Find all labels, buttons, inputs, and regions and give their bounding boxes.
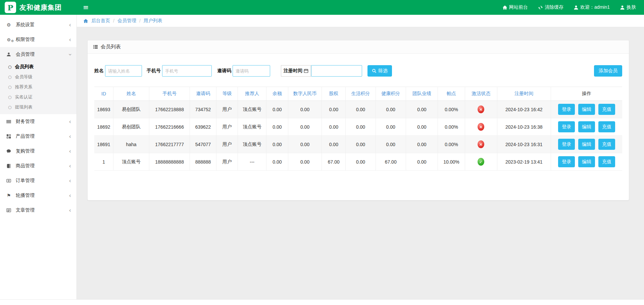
recharge-button[interactable]: 充值 bbox=[598, 121, 615, 132]
sidebar-subitem-label: 推荐关系 bbox=[15, 84, 32, 90]
status-inactive-icon: × bbox=[478, 105, 484, 113]
sidebar-subitem-member-list[interactable]: ○ 会员列表 bbox=[0, 62, 77, 72]
chevron-left-icon: ‹ bbox=[69, 134, 71, 139]
edit-button[interactable]: 编辑 bbox=[578, 104, 595, 115]
sidebar-item-banners[interactable]: ⚑ 轮播管理 ‹ bbox=[0, 188, 77, 203]
sidebar-item-goods[interactable]: 商品管理 ‹ bbox=[0, 159, 77, 173]
recharge-button[interactable]: 充值 bbox=[598, 139, 615, 150]
cell-name: 顶点账号 bbox=[113, 153, 149, 171]
chevron-left-icon: ‹ bbox=[69, 37, 71, 43]
col-id: ID bbox=[94, 87, 113, 101]
sidebar-item-label: 财务管理 bbox=[16, 119, 35, 125]
search-icon bbox=[372, 69, 377, 73]
cell-id: 18691 bbox=[94, 136, 113, 153]
invite-code-input[interactable] bbox=[233, 65, 270, 77]
cell-team: 0.00 bbox=[406, 136, 438, 153]
cell-id: 1 bbox=[94, 153, 113, 171]
regtime-input[interactable] bbox=[311, 65, 362, 77]
cell-invite: 734752 bbox=[190, 101, 216, 118]
login-button[interactable]: 登录 bbox=[558, 104, 575, 115]
table-row: 18692 易创团队 17662216666 639622 用户 顶点账号 0.… bbox=[94, 118, 622, 136]
cell-digital: 0.00 bbox=[288, 101, 322, 118]
site-front-link[interactable]: 网站前台 bbox=[502, 4, 528, 10]
login-button[interactable]: 登录 bbox=[558, 121, 575, 132]
phone-input[interactable] bbox=[162, 65, 212, 77]
sidebar-toggle-button[interactable]: ≡ bbox=[77, 0, 95, 15]
login-button[interactable]: 登录 bbox=[558, 156, 575, 167]
top-header: P 友和健康集团 ≡ 网站前台 清除缓存 欢迎：admin1 换肤 bbox=[0, 0, 644, 15]
invite-code-label: 邀请码 bbox=[217, 68, 231, 74]
edit-button[interactable]: 编辑 bbox=[578, 156, 595, 167]
welcome-label: 欢迎：admin1 bbox=[580, 4, 610, 10]
recharge-button[interactable]: 充值 bbox=[598, 104, 615, 115]
cell-invite: 547077 bbox=[190, 136, 216, 153]
cell-balance: 0.00 bbox=[266, 153, 288, 171]
product-icon bbox=[5, 134, 12, 139]
chevron-left-icon: ‹ bbox=[69, 208, 71, 213]
breadcrumb-user-list[interactable]: 用户列表 bbox=[144, 18, 162, 24]
content-area: 后台首页 / 会员管理 / 用户列表 会员列表 姓名 手机号 bbox=[77, 15, 644, 299]
edit-button[interactable]: 编辑 bbox=[578, 139, 595, 150]
sidebar-subitem-withdrawal-list[interactable]: ○ 提现列表 bbox=[0, 102, 77, 112]
login-button[interactable]: 登录 bbox=[558, 139, 575, 150]
hamburger-icon: ≡ bbox=[83, 3, 89, 11]
member-table: ID 姓名 手机号 邀请码 等级 推荐人 余额 数字人民币 股权 生活积分 健康 bbox=[94, 87, 622, 171]
cell-name: haha bbox=[113, 136, 149, 153]
add-member-button[interactable]: 添加会员 bbox=[594, 65, 622, 77]
sidebar-item-orders[interactable]: 订单管理 ‹ bbox=[0, 173, 77, 188]
sidebar-item-articles[interactable]: 文章管理 ‹ bbox=[0, 203, 77, 218]
name-input[interactable] bbox=[105, 65, 142, 77]
chevron-left-icon: ‹ bbox=[69, 148, 71, 154]
cell-life: 0.00 bbox=[346, 136, 376, 153]
col-phone: 手机号 bbox=[149, 87, 190, 101]
chevron-down-icon: ‹ bbox=[67, 53, 73, 56]
user-icon bbox=[574, 5, 579, 10]
welcome-user[interactable]: 欢迎：admin1 bbox=[574, 4, 610, 10]
breadcrumb-member-management[interactable]: 会员管理 bbox=[117, 18, 136, 24]
home-icon bbox=[83, 18, 88, 24]
col-equity: 股权 bbox=[322, 87, 346, 101]
cell-regtime: 2023-02-19 13:41 bbox=[497, 153, 551, 171]
member-icon bbox=[5, 52, 12, 57]
col-active-status: 激活状态 bbox=[465, 87, 497, 101]
table-row: 18691 haha 17662217777 547077 用户 顶点账号 0.… bbox=[94, 136, 622, 153]
card-header: 会员列表 bbox=[88, 40, 629, 54]
sidebar-subitem-member-level[interactable]: ○ 会员等级 bbox=[0, 72, 77, 82]
sidebar-item-label: 系统设置 bbox=[16, 22, 35, 28]
sidebar-item-finance[interactable]: 财务管理 ‹ bbox=[0, 114, 77, 129]
cell-equity: 0.00 bbox=[322, 136, 346, 153]
edit-button[interactable]: 编辑 bbox=[578, 121, 595, 132]
cell-invite: 888888 bbox=[190, 153, 216, 171]
sidebar-subitem-label: 会员列表 bbox=[15, 64, 34, 70]
col-regtime: 注册时间 bbox=[497, 87, 551, 101]
cell-referrer: --- bbox=[238, 153, 266, 171]
banner-icon: ⚑ bbox=[5, 193, 12, 198]
recharge-button[interactable]: 充值 bbox=[598, 156, 615, 167]
sidebar-item-member-management[interactable]: 会员管理 ‹ bbox=[0, 47, 77, 62]
skin-icon bbox=[620, 5, 625, 10]
cell-life: 0.00 bbox=[346, 118, 376, 136]
cell-health: 0.00 bbox=[376, 101, 406, 118]
filter-button[interactable]: 筛选 bbox=[367, 65, 392, 77]
sidebar-subitem-real-name-auth[interactable]: ○ 实名认证 bbox=[0, 92, 77, 102]
cell-pa: 0.00% bbox=[438, 136, 465, 153]
site-front-label: 网站前台 bbox=[509, 4, 528, 10]
breadcrumb-home[interactable]: 后台首页 bbox=[91, 18, 110, 24]
sidebar-item-permissions[interactable]: ⚙⚙ 权限管理 ‹ bbox=[0, 32, 77, 47]
col-team-performance: 团队业绩 bbox=[406, 87, 438, 101]
circle-icon: ○ bbox=[8, 105, 11, 109]
repurchase-icon bbox=[5, 149, 12, 154]
sidebar-item-system-settings[interactable]: ⚙ 系统设置 ‹ bbox=[0, 17, 77, 32]
brand[interactable]: P 友和健康集团 bbox=[0, 2, 77, 13]
clear-cache-link[interactable]: 清除缓存 bbox=[538, 4, 563, 10]
sidebar-item-products[interactable]: 产品管理 ‹ bbox=[0, 129, 77, 144]
change-skin-link[interactable]: 换肤 bbox=[620, 4, 636, 10]
chevron-left-icon: ‹ bbox=[69, 178, 71, 184]
cell-balance: 0.00 bbox=[266, 136, 288, 153]
sidebar-subitem-referral-relations[interactable]: ○ 推荐关系 bbox=[0, 82, 77, 92]
cell-balance: 0.00 bbox=[266, 118, 288, 136]
cell-phone: 17662218888 bbox=[149, 101, 190, 118]
cell-referrer: 顶点账号 bbox=[238, 136, 266, 153]
cell-health: 0.00 bbox=[376, 118, 406, 136]
sidebar-item-repurchase[interactable]: 复购管理 ‹ bbox=[0, 144, 77, 159]
